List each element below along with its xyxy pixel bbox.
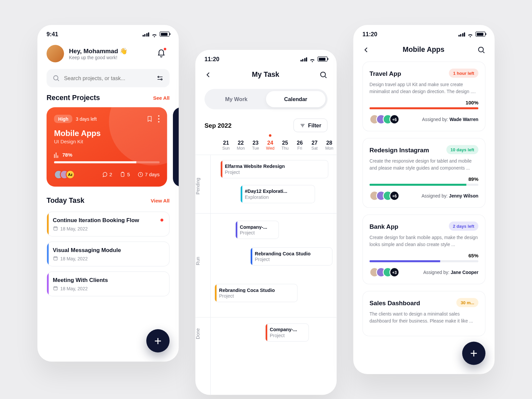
wifi-icon <box>151 32 158 37</box>
day-col[interactable]: 22Mon <box>233 140 248 151</box>
bookmark-icon[interactable] <box>146 115 153 123</box>
search-button[interactable] <box>319 71 328 79</box>
gantt-task[interactable]: #Day12 Explorati...Exploration <box>240 185 315 203</box>
project-card[interactable]: Redesign Instagram 10 days left Create t… <box>362 138 485 208</box>
day-col[interactable]: 27Sat <box>307 140 322 151</box>
see-all-link[interactable]: See All <box>153 95 170 101</box>
task-item[interactable]: Visual Messaging Module 18 May, 2022 <box>47 241 170 266</box>
day-col[interactable]: 23Tue <box>248 140 263 151</box>
assigned-by: Assigned by: Wade Warren <box>422 117 478 122</box>
status-icons <box>458 32 485 37</box>
signal-icon <box>142 32 149 37</box>
mobile-apps-screen: 11:20 Mobile Apps Travel App 1 hour left… <box>353 25 495 374</box>
view-all-link[interactable]: View All <box>151 198 170 204</box>
project-desc: Create the responsive design for tablet … <box>369 158 478 171</box>
docs-stat: 5 <box>120 172 130 178</box>
gantt-task[interactable]: Company-...Project <box>235 221 279 239</box>
more-icon[interactable] <box>158 115 160 123</box>
svg-point-3 <box>158 115 159 117</box>
day-col-today[interactable]: 24Wed <box>263 140 278 151</box>
task-date: 18 May, 2022 <box>53 226 164 231</box>
tab-calendar[interactable]: Calendar <box>266 91 326 107</box>
svg-rect-10 <box>54 287 57 290</box>
back-button[interactable] <box>204 71 212 79</box>
day-col[interactable]: 28Mon <box>322 140 336 151</box>
progress-bar <box>369 184 478 186</box>
svg-rect-6 <box>121 173 124 177</box>
lane-pending: Pending <box>196 172 210 201</box>
task-title: Continue Iteration Booking Flow <box>53 217 164 223</box>
project-card[interactable]: Bank App 2 days left Create design for b… <box>362 214 485 284</box>
gantt-task[interactable]: Elfarma Website RedesignProject <box>220 160 329 178</box>
battery-icon <box>160 32 170 37</box>
task-item[interactable]: Meeting With Clients 18 May, 2022 <box>47 271 170 296</box>
progress-bar <box>369 260 478 262</box>
calendar-icon <box>53 226 58 231</box>
today-dot-icon <box>269 134 272 137</box>
lane-run: Run <box>196 253 210 269</box>
deadline-pill: 1 hour left <box>449 68 478 78</box>
view-segmented-control[interactable]: My Work Calendar <box>204 89 328 109</box>
month-label[interactable]: Sep 2022 <box>204 122 231 129</box>
deadline-label: 3 days left <box>76 116 97 121</box>
user-avatar[interactable] <box>47 45 64 63</box>
comment-icon <box>102 172 108 178</box>
svg-point-5 <box>158 121 159 122</box>
project-card[interactable]: Sales Dashboard 30 m... The clients want… <box>362 291 485 336</box>
filter-icon[interactable] <box>156 74 164 82</box>
day-col[interactable]: 25Thu <box>278 140 292 151</box>
project-card-mobile-apps[interactable]: High 3 days left Mobile Apps UI Design K… <box>47 107 167 187</box>
battery-icon <box>475 32 485 37</box>
page-title: My Task <box>252 71 279 79</box>
assignee-avatars[interactable]: +3 <box>369 267 399 277</box>
tab-my-work[interactable]: My Work <box>206 91 266 107</box>
project-card[interactable]: Travel App 1 hour left Design travel app… <box>362 62 485 131</box>
assignee-avatars[interactable]: +6 <box>369 191 399 201</box>
task-item[interactable]: Continue Iteration Booking Flow 18 May, … <box>47 211 170 236</box>
search-button[interactable] <box>477 46 485 54</box>
add-project-fab[interactable]: + <box>462 342 485 365</box>
status-icons <box>300 57 328 62</box>
search-input[interactable] <box>64 75 152 81</box>
back-button[interactable] <box>362 46 370 54</box>
more-count-badge: +3 <box>389 267 399 277</box>
assignee-avatars[interactable]: +6 <box>369 114 399 124</box>
svg-point-11 <box>321 72 326 77</box>
project-name: Redesign Instagram <box>369 146 429 153</box>
week-days-row[interactable]: 21Sun 22Mon 23Tue 24Wed 25Thu 26Fri 27Sa… <box>196 136 337 155</box>
calendar-gantt[interactable]: Pending Run Done Elfarma Website Redesig… <box>196 155 337 395</box>
recent-projects-title: Recent Projects <box>47 94 100 102</box>
task-date: 18 May, 2022 <box>53 286 164 291</box>
status-bar: 11:20 <box>353 25 495 41</box>
progress-pct: 100% <box>369 100 478 106</box>
gantt-task[interactable]: Rebranding Coca StudioProject <box>214 284 298 302</box>
day-col[interactable]: 21Sun <box>219 140 233 151</box>
project-name: Sales Dashboard <box>369 299 420 306</box>
svg-rect-9 <box>54 257 57 260</box>
clock: 9:41 <box>47 31 58 38</box>
today-task-title: Today Task <box>47 197 84 205</box>
status-bar: 11:20 <box>196 50 337 66</box>
project-list[interactable]: Travel App 1 hour left Design travel app… <box>353 59 495 343</box>
more-count-badge: +6 <box>389 114 399 124</box>
svg-point-1 <box>158 76 159 77</box>
progress-bar <box>369 107 478 109</box>
filter-button[interactable]: Filter <box>294 118 328 132</box>
project-name: Bank App <box>369 222 398 229</box>
projects-carousel[interactable]: High 3 days left Mobile Apps UI Design K… <box>38 107 179 189</box>
project-card-next[interactable] <box>173 107 179 187</box>
notifications-button[interactable] <box>153 45 170 62</box>
project-sub: UI Design Kit <box>54 139 160 145</box>
signal-icon <box>300 57 307 62</box>
progress-pct: 65% <box>369 253 478 259</box>
wifi-icon <box>309 57 316 62</box>
assigned-by: Assigned by: Jane Cooper <box>423 270 478 275</box>
assignee-avatars[interactable]: Az <box>54 170 75 179</box>
gantt-task[interactable]: Company-...Project <box>265 324 309 342</box>
gantt-task[interactable]: Rebranding Coca StudioProject <box>250 247 333 266</box>
day-col[interactable]: 26Fri <box>292 140 307 151</box>
add-task-fab[interactable]: + <box>146 329 170 352</box>
today-task-list: Continue Iteration Booking Flow 18 May, … <box>38 210 179 301</box>
search-bar[interactable] <box>47 69 170 87</box>
project-name: Travel App <box>369 69 401 76</box>
